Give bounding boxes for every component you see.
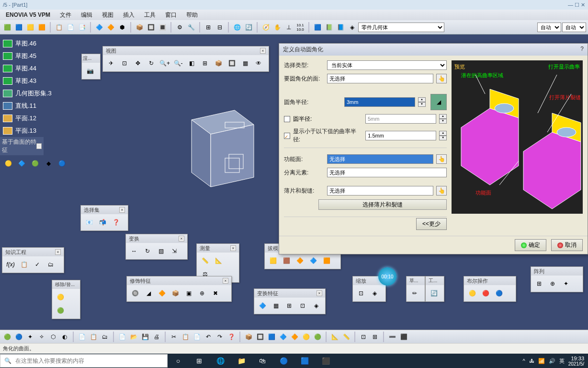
mirror-icon[interactable]: ▦ <box>270 299 282 312</box>
tool-icon[interactable]: 📐 <box>329 332 340 342</box>
func-face-input[interactable] <box>327 154 433 164</box>
ok-button[interactable]: 确定 <box>515 239 546 251</box>
tree-item-sketch[interactable]: 草图.44 <box>0 62 77 75</box>
undo-icon[interactable]: ↶ <box>203 332 214 342</box>
close-icon[interactable]: × <box>179 236 184 242</box>
hide-icon[interactable]: 👁 <box>252 57 265 69</box>
zoom-in-icon[interactable]: 🔍+ <box>158 57 171 69</box>
tool-icon[interactable]: 📄 <box>77 332 87 342</box>
tool-icon[interactable]: 🔧 <box>186 22 196 33</box>
axis-icon[interactable]: ⊥ <box>283 22 294 33</box>
dim-icon[interactable]: 10.110.0 <box>295 22 305 33</box>
tool-icon[interactable]: ⬡ <box>48 332 58 342</box>
tool-icon[interactable]: ⊞ <box>203 22 214 33</box>
scale-icon[interactable]: ⇲ <box>168 245 181 257</box>
search-box[interactable]: 🔍 在这里输入你要搜索的内容 <box>0 354 168 368</box>
camera-icon[interactable]: 📷 <box>84 65 96 77</box>
surface-tool-icon[interactable]: 🔵 <box>56 157 68 170</box>
surface-tool-icon[interactable]: 🟡 <box>2 157 14 170</box>
store-icon[interactable]: 🛍 <box>252 354 273 368</box>
help-icon[interactable]: ❓ <box>110 216 122 229</box>
rect-pattern-icon[interactable]: ⊞ <box>533 277 545 290</box>
tool-icon[interactable]: 📋 <box>88 332 99 342</box>
pick-icon[interactable]: 👆 <box>436 186 447 196</box>
tool-icon[interactable]: 📋 <box>54 22 64 33</box>
radius-spinner[interactable]: ▲▼ <box>418 97 426 107</box>
network-icon[interactable]: 🖧 <box>529 358 534 364</box>
tool-icon[interactable]: 🟨 <box>25 22 35 33</box>
tree-item-sketch[interactable]: 草图.46 <box>0 37 77 50</box>
tool-icon[interactable]: 📦 <box>134 22 145 33</box>
draft-icon[interactable]: 🔶 <box>156 287 168 299</box>
faces-input[interactable] <box>327 74 433 83</box>
tool-icon[interactable]: ⬢ <box>117 22 127 33</box>
design-icon[interactable]: 🗂 <box>45 258 57 271</box>
open-icon[interactable]: 📂 <box>128 332 139 342</box>
surface-features-header[interactable]: 基于曲面的特征 × <box>0 137 44 155</box>
tool-icon[interactable]: 🟡 <box>301 332 311 342</box>
translate-icon[interactable]: 🔷 <box>256 299 269 312</box>
close-icon[interactable]: × <box>317 290 322 296</box>
show-curvature-checkbox[interactable] <box>284 133 290 139</box>
hand-icon[interactable]: ✋ <box>272 22 283 33</box>
app-icon[interactable]: 🟦 <box>294 354 315 368</box>
taskview-icon[interactable]: ⊞ <box>189 354 210 368</box>
select-type-dropdown[interactable]: 当前实体 <box>327 60 447 70</box>
tool-icon[interactable]: ⊞ <box>370 332 380 342</box>
copy-icon[interactable]: 📋 <box>180 332 191 342</box>
update-icon[interactable]: 🔄 <box>428 287 440 299</box>
draft-icon[interactable]: 🟨 <box>267 254 279 267</box>
normal-icon[interactable]: ◧ <box>185 57 198 69</box>
print-icon[interactable]: 🖨 <box>151 332 162 342</box>
compass-icon[interactable]: 🧭 <box>260 22 271 33</box>
tool-icon[interactable]: 📗 <box>324 22 334 33</box>
app-icon[interactable]: 🔵 <box>273 354 294 368</box>
tree-item-plane[interactable]: 平面.13 <box>0 125 77 137</box>
tool-icon[interactable]: 🟩 <box>2 22 12 33</box>
help-icon[interactable]: ? <box>580 46 584 54</box>
pattern-icon[interactable]: ⊞ <box>283 299 295 312</box>
menu-view[interactable]: 视图 <box>98 10 117 20</box>
cut-icon[interactable]: ✂ <box>169 332 179 342</box>
tool-icon[interactable]: 🔷 <box>94 22 104 33</box>
intersect-icon[interactable]: 🔵 <box>493 287 505 299</box>
menu-insert[interactable]: 插入 <box>119 10 138 20</box>
rotate-icon[interactable]: ↻ <box>141 245 154 257</box>
close-icon[interactable]: × <box>230 245 236 251</box>
zoom-out-icon[interactable]: 🔍- <box>172 57 184 69</box>
tool-icon[interactable]: 🟢 <box>2 332 12 342</box>
close-icon[interactable]: × <box>119 207 125 213</box>
scale-icon[interactable]: ◈ <box>368 287 381 299</box>
auto-select-1[interactable]: 自动 <box>537 23 561 32</box>
scale-icon[interactable]: ⊡ <box>355 287 367 299</box>
help-icon[interactable]: ❓ <box>226 332 237 342</box>
tool-icon[interactable]: 🟢 <box>312 332 323 342</box>
replace-icon[interactable]: 🟢 <box>54 304 67 317</box>
tool-icon[interactable]: ⊟ <box>215 22 225 33</box>
tool-icon[interactable]: 🔷 <box>278 332 288 342</box>
close-icon[interactable]: × <box>223 278 228 284</box>
window-controls[interactable]: — ☐ ✕ <box>568 2 585 8</box>
tool-icon[interactable]: ⊡ <box>358 332 369 342</box>
tree-item-geomset[interactable]: 几何图形集.3 <box>0 87 77 100</box>
scale-icon[interactable]: ⊡ <box>296 299 309 312</box>
thin-crack-input[interactable] <box>327 186 433 196</box>
rotate-icon[interactable]: ↻ <box>145 57 158 69</box>
chevron-up-icon[interactable]: ^ <box>522 358 525 364</box>
tool-icon[interactable]: 🔲 <box>255 332 265 342</box>
surface-tool-icon[interactable]: 🟢 <box>29 157 41 170</box>
round-radius-checkbox[interactable] <box>284 116 290 122</box>
tool-icon[interactable]: ⬛ <box>398 332 409 342</box>
tree-item-sketch[interactable]: 草图.45 <box>0 50 77 62</box>
tool-icon[interactable]: 🗂 <box>100 332 110 342</box>
pan-icon[interactable]: ✥ <box>132 57 144 69</box>
body-select[interactable]: 零件几何体 <box>358 23 444 32</box>
tool-icon[interactable]: 🌐 <box>232 22 242 33</box>
tree-item-sketch[interactable]: 草图.43 <box>0 75 77 87</box>
remove-face-icon[interactable]: ✖ <box>209 287 222 299</box>
fit-icon[interactable]: ⊡ <box>118 57 131 69</box>
thread-icon[interactable]: ⊕ <box>196 287 208 299</box>
separate-input[interactable] <box>327 168 447 177</box>
less-button[interactable]: <<更少 <box>416 218 447 230</box>
draft-icon[interactable]: 🔶 <box>294 254 306 267</box>
